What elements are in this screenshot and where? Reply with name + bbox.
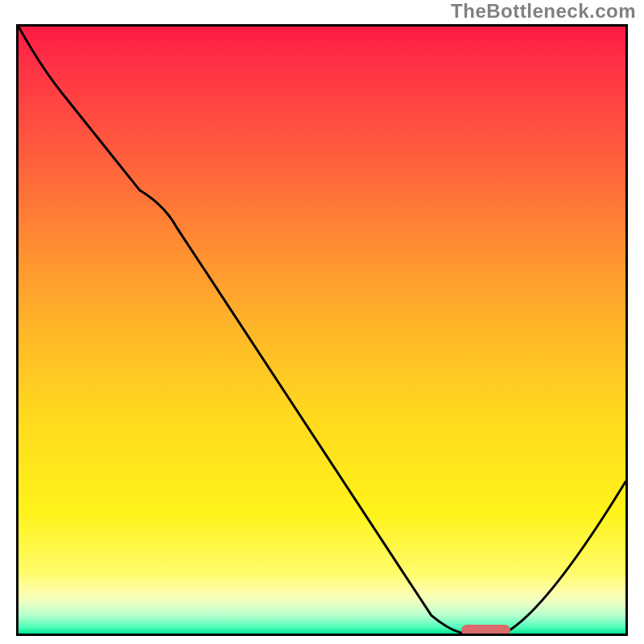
- chart-container: TheBottleneck.com: [0, 0, 644, 644]
- watermark-text: TheBottleneck.com: [451, 0, 636, 23]
- optimal-marker: [461, 625, 510, 636]
- bottleneck-curve: [19, 27, 625, 634]
- plot-frame: [16, 24, 628, 636]
